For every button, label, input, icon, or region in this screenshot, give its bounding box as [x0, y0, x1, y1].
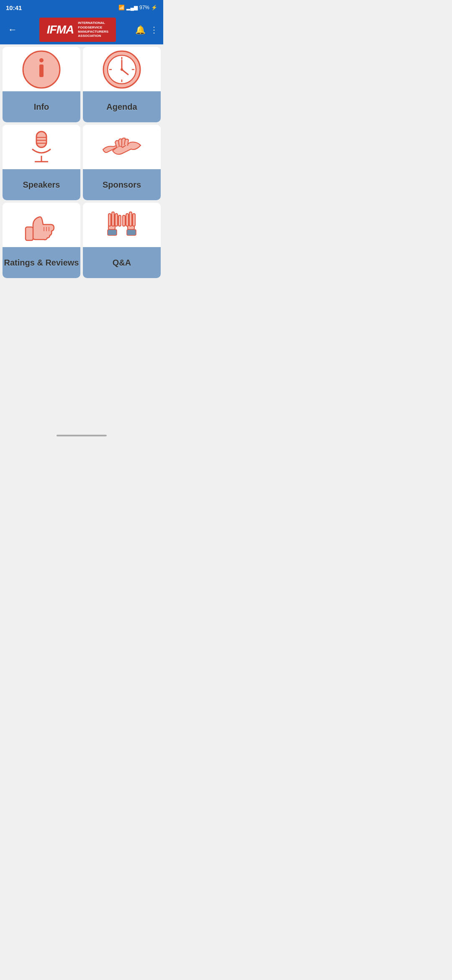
speakers-label-bar: Speakers	[3, 169, 80, 200]
agenda-icon	[101, 49, 143, 90]
svg-rect-32	[133, 214, 135, 226]
logo-ifma-text: IFMA	[47, 23, 74, 36]
svg-rect-26	[118, 215, 121, 226]
bottom-space	[0, 281, 163, 427]
ratings-label: Ratings & Reviews	[4, 258, 79, 268]
grid-item-sponsors[interactable]: Sponsors	[83, 125, 161, 200]
info-label-bar: Info	[3, 91, 80, 122]
info-icon	[21, 49, 62, 90]
logo-sub-text: INTERNATIONALFOODSERVICEMANUFACTURERSASS…	[78, 21, 108, 39]
grid-item-qa[interactable]: Q&A	[83, 203, 161, 278]
notification-bell-icon[interactable]: 🔔	[135, 25, 146, 35]
svg-rect-27	[108, 230, 117, 235]
svg-point-11	[121, 68, 123, 71]
more-options-icon[interactable]: ⋮	[150, 25, 158, 35]
svg-point-1	[39, 58, 44, 62]
grid-item-info[interactable]: Info	[3, 47, 80, 122]
wifi-icon: 📶	[118, 5, 125, 10]
home-indicator	[0, 427, 163, 440]
status-icons: 📶 ▂▄▆ 97% ⚡	[118, 5, 157, 10]
home-bar	[56, 435, 107, 436]
sponsors-label: Sponsors	[103, 180, 141, 190]
svg-rect-24	[112, 212, 114, 226]
ratings-icon	[21, 204, 62, 246]
status-bar: 10:41 📶 ▂▄▆ 97% ⚡	[0, 0, 163, 15]
agenda-icon-area	[83, 47, 161, 92]
battery-text: 97%	[139, 5, 149, 10]
sponsors-label-bar: Sponsors	[83, 169, 161, 200]
sponsors-icon	[101, 126, 143, 168]
logo-box: IFMA INTERNATIONALFOODSERVICEMANUFACTURE…	[39, 18, 116, 42]
menu-grid: Info Agenda	[0, 44, 163, 281]
speakers-icon	[21, 126, 62, 168]
grid-item-speakers[interactable]: Speakers	[3, 125, 80, 200]
agenda-label: Agenda	[106, 102, 137, 112]
qa-label: Q&A	[113, 258, 131, 268]
agenda-label-bar: Agenda	[83, 91, 161, 122]
svg-rect-12	[36, 132, 46, 147]
svg-rect-31	[129, 212, 132, 226]
info-icon-area	[3, 47, 80, 92]
status-time: 10:41	[6, 4, 22, 11]
back-button[interactable]: ←	[5, 24, 20, 35]
svg-rect-23	[108, 214, 111, 226]
svg-rect-29	[123, 215, 125, 226]
qa-label-bar: Q&A	[83, 247, 161, 278]
header-logo: IFMA INTERNATIONALFOODSERVICEMANUFACTURE…	[20, 18, 135, 42]
svg-rect-18	[26, 227, 33, 240]
svg-rect-25	[115, 214, 118, 226]
qa-icon	[101, 204, 143, 246]
ratings-label-bar: Ratings & Reviews	[3, 247, 80, 278]
info-label: Info	[34, 102, 49, 112]
app-header: ← IFMA INTERNATIONALFOODSERVICEMANUFACTU…	[0, 15, 163, 44]
header-actions: 🔔 ⋮	[135, 25, 158, 35]
grid-item-ratings[interactable]: Ratings & Reviews	[3, 203, 80, 278]
signal-icon: ▂▄▆	[126, 5, 138, 10]
qa-icon-area	[83, 203, 161, 248]
ratings-icon-area	[3, 203, 80, 248]
battery-icon: ⚡	[151, 5, 157, 10]
svg-rect-33	[127, 230, 136, 235]
grid-item-agenda[interactable]: Agenda	[83, 47, 161, 122]
svg-rect-30	[126, 214, 128, 226]
speakers-icon-area	[3, 125, 80, 170]
svg-rect-2	[39, 64, 44, 77]
sponsors-icon-area	[83, 125, 161, 170]
speakers-label: Speakers	[23, 180, 60, 190]
